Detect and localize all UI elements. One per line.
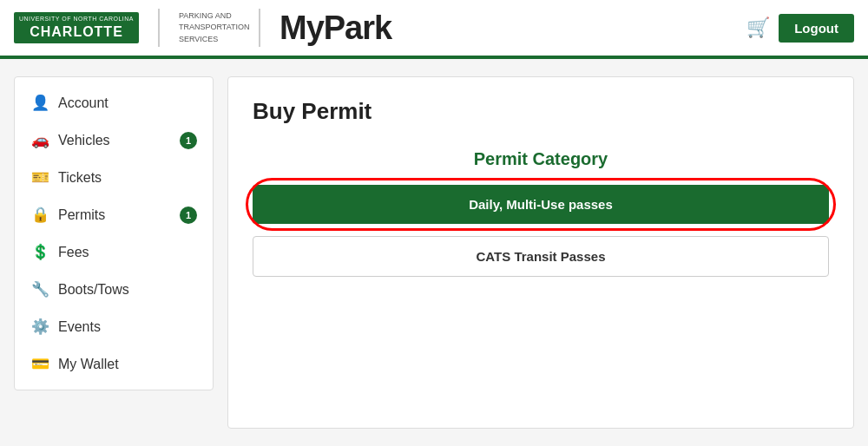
main-content: Buy Permit Permit Category Daily, Multi-…: [227, 76, 854, 429]
sidebar-item-boots-tows[interactable]: 🔧 Boots/Tows: [15, 271, 213, 308]
sidebar-item-label: Permits: [58, 207, 171, 223]
logout-button[interactable]: Logout: [779, 14, 854, 43]
vehicles-badge: 1: [180, 132, 197, 149]
header-actions: 🛒 Logout: [746, 14, 854, 43]
cats-transit-button[interactable]: CATS Transit Passes: [253, 236, 829, 277]
sidebar-item-events[interactable]: ⚙️ Events: [15, 308, 213, 345]
fees-icon: 💲: [30, 243, 49, 261]
university-line1: UNIVERSITY OF NORTH CAROLINA: [19, 16, 134, 23]
sidebar: 👤 Account 🚗 Vehicles 1 🎫 Tickets 🔒 Permi…: [14, 76, 214, 390]
sidebar-item-tickets[interactable]: 🎫 Tickets: [15, 159, 213, 196]
page-title: Buy Permit: [253, 98, 829, 125]
main-layout: 👤 Account 🚗 Vehicles 1 🎫 Tickets 🔒 Permi…: [0, 59, 868, 446]
sidebar-item-label: Boots/Tows: [58, 282, 197, 298]
university-logo: UNIVERSITY OF NORTH CAROLINA CHARLOTTE: [14, 12, 139, 43]
tickets-icon: 🎫: [30, 168, 49, 187]
header: UNIVERSITY OF NORTH CAROLINA CHARLOTTE P…: [0, 0, 868, 59]
permits-badge: 1: [180, 207, 197, 224]
sidebar-item-vehicles[interactable]: 🚗 Vehicles 1: [15, 121, 213, 159]
boots-tows-icon: 🔧: [30, 280, 49, 298]
sidebar-item-label: Tickets: [58, 170, 197, 186]
logo-divider-2: [259, 9, 260, 47]
daily-multi-use-button[interactable]: Daily, Multi-Use passes: [253, 185, 829, 224]
sidebar-item-account[interactable]: 👤 Account: [15, 84, 213, 121]
sidebar-item-label: Fees: [58, 245, 197, 260]
logo-area: UNIVERSITY OF NORTH CAROLINA CHARLOTTE P…: [14, 9, 391, 47]
sidebar-item-label: My Wallet: [58, 357, 197, 372]
sidebar-item-label: Vehicles: [58, 133, 171, 148]
wallet-icon: 💳: [30, 355, 49, 373]
permits-icon: 🔒: [30, 206, 49, 224]
daily-multi-use-wrapper: Daily, Multi-Use passes: [253, 185, 829, 224]
sidebar-item-fees[interactable]: 💲 Fees: [15, 233, 213, 271]
permit-category-title: Permit Category: [253, 149, 829, 169]
sidebar-item-label: Events: [58, 319, 197, 335]
sidebar-item-permits[interactable]: 🔒 Permits 1: [15, 196, 213, 233]
vehicles-icon: 🚗: [30, 131, 49, 149]
cart-icon[interactable]: 🛒: [746, 16, 770, 39]
account-icon: 👤: [30, 94, 49, 112]
logo-divider: [158, 9, 160, 47]
sidebar-item-my-wallet[interactable]: 💳 My Wallet: [15, 345, 213, 383]
university-name: CHARLOTTE: [30, 23, 123, 40]
parking-services-text: PARKING ANDTRANSPORTATIONSERVICES: [179, 10, 240, 46]
sidebar-item-label: Account: [58, 95, 197, 111]
events-icon: ⚙️: [30, 318, 49, 336]
site-title: MyPark: [279, 10, 391, 47]
